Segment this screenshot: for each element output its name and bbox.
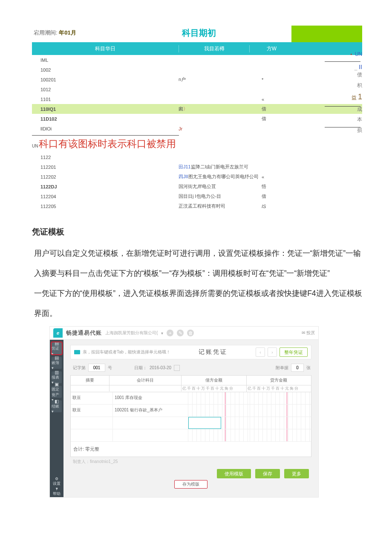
document-page: 宕用潮间: 年01月 科目期初 科目华日 我目若樽 方W IML10021002… xyxy=(0,0,392,515)
cell-credit[interactable] xyxy=(250,405,311,417)
cell-credit[interactable] xyxy=(250,429,311,441)
sidebar-item-settings[interactable]: ⚙设置 ▾ xyxy=(52,477,61,484)
cell-credit[interactable] xyxy=(250,417,311,429)
voucher-number-input[interactable] xyxy=(88,364,105,372)
close-period-icon: ◧ xyxy=(55,399,59,404)
cell-code: 112205 xyxy=(32,204,179,209)
paragraph-1: 用户可以自定义凭证模板，在新增凭证时可进行调用，设置凭证模板操作：凭证一“新增凭… xyxy=(26,246,366,261)
side-label-cheng: 成 xyxy=(342,106,362,112)
cell-name: 正汶孟工程科技有时司 xyxy=(179,203,262,209)
period-cell: 宕用潮间: 年01月 xyxy=(32,26,182,42)
cell-account[interactable]: 1001 库存现金 xyxy=(113,392,188,404)
table-row[interactable]: 1002 xyxy=(32,65,362,75)
cell-code: 1012 xyxy=(32,87,179,92)
cell-account[interactable] xyxy=(113,417,188,429)
voucher-row[interactable] xyxy=(71,417,311,429)
side-dot: • xyxy=(350,52,352,57)
feedback-link[interactable]: ✉ 投溟 xyxy=(302,330,315,336)
voucher-row[interactable]: 联豆1001 库存现金 xyxy=(71,392,311,405)
callout-sub: UN xyxy=(32,144,38,148)
table-row[interactable]: 112205正汶孟工程科技有时司IS xyxy=(32,201,362,211)
table-row[interactable]: 110IQ1囪〉借 xyxy=(32,104,362,114)
company-caret-icon[interactable]: ▾ xyxy=(161,331,163,336)
cell-debit[interactable] xyxy=(188,417,250,429)
cell-summary[interactable]: 联豆 xyxy=(71,392,113,404)
table-row[interactable]: 100201n户* xyxy=(32,75,362,84)
side-label-ben: 本 xyxy=(342,116,362,122)
cell-account[interactable]: 100201 银行存款_基本户 xyxy=(113,405,188,417)
voucher-row[interactable]: 联豆100201 银行存款_基本户 xyxy=(71,405,311,417)
table-row[interactable]: IML xyxy=(32,55,362,65)
report-icon: ▥ xyxy=(55,370,59,375)
table-row[interactable]: llDlOiJr xyxy=(32,124,362,133)
attachment-label: 附单据 xyxy=(276,365,288,371)
voucher-table-body: 联豆1001 库存现金联豆100201 银行存款_基本户 xyxy=(71,392,311,442)
cell-name: n户 xyxy=(179,76,262,83)
calendar-icon[interactable] xyxy=(174,365,180,371)
cell-summary[interactable] xyxy=(71,429,113,441)
cell-debit[interactable] xyxy=(188,405,250,417)
cell-debit[interactable] xyxy=(188,392,250,404)
cell-code: 11D102 xyxy=(32,116,179,122)
col-summary: 摘要 xyxy=(71,376,110,385)
active-cell[interactable] xyxy=(188,417,221,429)
credit-digits: 亿千百十万千百十元角分 xyxy=(247,385,311,392)
paragraph-3: 一凭证下方的“使用模板”，进入凭证模板界面选择所需要的凭证模板或者按快捷键F4进… xyxy=(26,286,366,301)
table-row[interactable]: 1101« xyxy=(32,94,362,104)
sidebar-item-ledger[interactable]: ▤账簿 ▾ xyxy=(52,357,62,369)
save-button[interactable]: 保存 xyxy=(255,469,280,478)
paragraph-4: 界面。 xyxy=(26,306,366,321)
side-label-ji: 枳 xyxy=(342,82,362,88)
table-row[interactable]: 1122DJ国河街尢岸电公苴悟 xyxy=(32,182,362,191)
table-row[interactable]: 112202四JII图尢王鱼电力有哪公司莢电纾公司« xyxy=(32,172,362,182)
accounts-table: 宕用潮间: 年01月 科目期初 科目华日 我目若樽 方W IML10021002… xyxy=(32,26,362,211)
side-labels: • UN _ II 债 枳 益 1 成 本 损 xyxy=(342,51,362,137)
cell-debit[interactable] xyxy=(188,429,250,441)
table-row[interactable]: 11D102借 xyxy=(32,114,362,124)
sidebar-item-asset[interactable]: ▣固定资产 ▾ xyxy=(52,386,62,398)
cell-dir: 悟 xyxy=(262,183,280,190)
add-icon[interactable]: + xyxy=(167,330,173,336)
cell-dir: IS xyxy=(262,204,280,209)
cell-credit[interactable] xyxy=(250,392,311,404)
cell-summary[interactable] xyxy=(71,417,113,429)
next-button[interactable]: › xyxy=(268,347,277,357)
attachment-suffix: 张 xyxy=(306,365,311,371)
sidebar-item-close[interactable]: ◧结账 ▾ xyxy=(52,400,62,412)
table-row[interactable]: 1012 xyxy=(32,84,362,94)
table-row[interactable]: 112204国目日j I包电力公-目借 xyxy=(32,191,362,201)
edit-icon[interactable]: ✎ xyxy=(177,330,184,336)
debit-digits: 亿千百十万千百十元角分 xyxy=(182,385,247,392)
cell-code: 1122 xyxy=(32,155,179,160)
side-label-un: UN xyxy=(355,51,362,57)
cell-code: 100201 xyxy=(32,77,179,82)
save-as-template-button[interactable]: 存为模版 xyxy=(174,480,208,489)
cell-dir: « xyxy=(262,174,280,179)
table-row[interactable]: 112201田J11监降二I由门新电开左族兰可 xyxy=(32,162,362,172)
cell-name: 田J11监降二I由门新电开左族兰可 xyxy=(179,164,262,170)
green-header-cell xyxy=(291,26,362,42)
attachment-input[interactable] xyxy=(291,364,304,372)
new-voucher-button[interactable]: 整年凭证 xyxy=(280,347,308,357)
voucher-table-head: 摘要 会计科目 借方金额 贷方金额 xyxy=(71,376,311,385)
prev-button[interactable]: ‹ xyxy=(256,347,265,357)
cell-dir: * xyxy=(262,77,280,82)
voucher-date-value[interactable]: 2016-03-20 xyxy=(150,365,171,370)
table-body: IML1002100201n户*10121101«110IQ1囪〉借11D102… xyxy=(32,55,362,211)
cell-account[interactable] xyxy=(113,429,188,441)
cell-code: IML xyxy=(32,58,179,63)
cell-code: 1122DJ xyxy=(32,184,179,189)
app-body: ▤凭证 ▸ ▤账簿 ▾ ▥报表 ▾ ▣固定资产 ▾ ◧结账 ▾ ⚙设置 ▾ ?帮… xyxy=(50,340,318,497)
voucher-meta-row: 记字第 号 日期： 2016-03-20 附单据 张 xyxy=(70,359,311,375)
app-company[interactable]: 上海踟凯屋芳黜分有限公司{ xyxy=(105,330,158,336)
voucher-row[interactable] xyxy=(71,429,311,442)
delete-icon[interactable]: 🗑 xyxy=(187,330,194,336)
more-button[interactable]: 更多 xyxy=(284,469,309,478)
use-template-button[interactable]: 使用模版 xyxy=(217,469,251,478)
table-row[interactable]: 1122 xyxy=(32,152,362,162)
section-heading: 凭证模板 xyxy=(32,224,366,240)
sidebar-item-voucher[interactable]: ▤凭证 ▸ xyxy=(52,342,62,354)
cell-summary[interactable]: 联豆 xyxy=(71,405,113,417)
sidebar-item-help[interactable]: ?帮助 xyxy=(52,487,61,495)
help-icon: ? xyxy=(55,487,58,491)
